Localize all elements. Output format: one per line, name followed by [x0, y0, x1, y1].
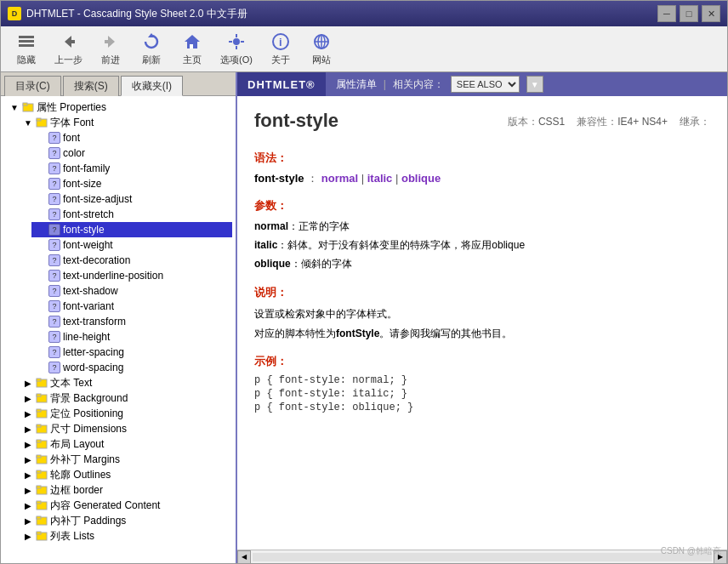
example-heading: 示例： [254, 354, 710, 369]
root-toggle[interactable]: ▼ [8, 100, 21, 114]
tree-font-weight[interactable]: ? font-weight [31, 237, 232, 253]
forward-icon [100, 31, 121, 52]
about-button[interactable]: i 关于 [262, 29, 299, 69]
tree-positioning[interactable]: ▶ 定位 Positioning [18, 406, 232, 421]
meta-inherit: 继承： [680, 115, 710, 129]
dim-folder-icon [35, 422, 48, 436]
website-button[interactable]: 网站 [303, 29, 340, 69]
qmark-icon: ? [48, 224, 60, 236]
hide-icon [16, 31, 37, 52]
tree-text[interactable]: ▶ 文本 Text [18, 375, 232, 390]
home-icon [182, 31, 202, 52]
tree-color[interactable]: ? color [31, 145, 232, 161]
qmark-icon: ? [48, 208, 60, 220]
font-folder-icon [35, 116, 48, 129]
see-also-select[interactable]: SEE ALSO font font-family font-size [451, 76, 520, 93]
qmark-icon: ? [48, 331, 60, 343]
tree-lists[interactable]: ▶ 列表 Lists [18, 528, 232, 544]
tree-generated-content[interactable]: ▶ 内容 Generated Content [18, 498, 232, 513]
outlines-folder-icon [35, 468, 48, 481]
tree-outlines[interactable]: ▶ 轮廓 Outlines [18, 467, 232, 482]
qmark-icon: ? [48, 285, 60, 297]
pos-folder-icon [35, 407, 48, 420]
border-folder-icon [35, 483, 48, 497]
options-button[interactable]: 选项(O) [214, 29, 259, 69]
refresh-button[interactable]: 刷新 [133, 29, 170, 69]
about-icon: i [270, 31, 291, 52]
svg-rect-15 [241, 41, 244, 43]
tree-background[interactable]: ▶ 背景 Background [18, 390, 232, 406]
h-scroll-track[interactable] [253, 553, 712, 561]
svg-text:i: i [279, 36, 282, 48]
tree-font-variant[interactable]: ? font-variant [31, 299, 232, 314]
tree-margins[interactable]: ▶ 外补丁 Margins [18, 452, 232, 467]
tree-paddings[interactable]: ▶ 内补丁 Paddings [18, 513, 232, 528]
back-icon [59, 31, 79, 52]
tree-font-size-adjust[interactable]: ? font-size-adjust [31, 191, 232, 207]
tree-font-style[interactable]: ? font-style [31, 222, 232, 237]
svg-rect-13 [236, 46, 237, 49]
tree-font-stretch[interactable]: ? font-stretch [31, 207, 232, 222]
svg-rect-4 [71, 40, 75, 43]
close-button[interactable]: ✕ [702, 5, 720, 22]
see-also-dropdown-btn[interactable]: ▼ [526, 76, 543, 93]
tab-search[interactable]: 搜索(S) [63, 76, 119, 96]
tree-border[interactable]: ▶ 边框 border [18, 482, 232, 498]
qmark-icon: ? [48, 316, 60, 328]
code-line-3: p { font-style: oblique; } [254, 402, 710, 413]
tab-toc[interactable]: 目录(C) [4, 76, 61, 96]
tree-view: ▼ 属性 Properties ▼ 字体 Font [1, 96, 236, 563]
svg-marker-8 [185, 35, 200, 42]
nav-property-list[interactable]: 属性清单 [336, 77, 377, 92]
home-label: 主页 [183, 54, 202, 66]
svg-rect-6 [105, 40, 109, 43]
svg-rect-47 [37, 532, 41, 534]
tree-root[interactable]: ▼ 属性 Properties [4, 100, 232, 115]
tree-text-decoration[interactable]: ? text-decoration [31, 253, 232, 268]
svg-rect-12 [236, 34, 237, 37]
home-button[interactable]: 主页 [173, 29, 211, 69]
svg-rect-25 [37, 118, 41, 121]
font-toggle[interactable]: ▼ [21, 116, 35, 129]
tree-font-family[interactable]: ? font-family [31, 161, 232, 176]
param-oblique: oblique：倾斜的字体 [254, 256, 710, 272]
tree-font-size[interactable]: ? font-size [31, 176, 232, 191]
minimize-button[interactable]: ─ [657, 5, 676, 22]
website-label: 网站 [312, 54, 331, 66]
qmark-icon: ? [48, 162, 60, 174]
back-button[interactable]: 上一步 [48, 29, 88, 69]
h-scrollbar: ◀ ▶ [237, 550, 727, 563]
tree-word-spacing[interactable]: ? word-spacing [31, 360, 232, 375]
tree-dimensions[interactable]: ▶ 尺寸 Dimensions [18, 421, 232, 436]
hide-button[interactable]: 隐藏 [8, 29, 45, 69]
tree-text-shadow[interactable]: ? text-shadow [31, 283, 232, 299]
meta-version: 版本：CSS1 [508, 115, 565, 129]
svg-rect-1 [19, 40, 34, 43]
tree-font-prop[interactable]: ? font [31, 130, 232, 145]
tree-line-height[interactable]: ? line-height [31, 329, 232, 345]
svg-rect-35 [37, 440, 41, 442]
font-label: 字体 Font [50, 116, 94, 130]
svg-rect-43 [37, 501, 41, 504]
refresh-icon [141, 31, 162, 52]
app-icon: D [8, 7, 21, 20]
qmark-icon: ? [48, 362, 60, 373]
qmark-icon: ? [48, 254, 60, 266]
brand-label: DHTMLET® [237, 72, 326, 96]
tree-text-transform[interactable]: ? text-transform [31, 314, 232, 329]
params-heading: 参数： [254, 198, 710, 214]
svg-marker-3 [65, 36, 71, 48]
maximize-button[interactable]: □ [680, 5, 698, 22]
forward-button[interactable]: 前进 [92, 29, 129, 69]
tree-layout[interactable]: ▶ 布局 Layout [18, 436, 232, 452]
qmark-icon: ? [48, 300, 60, 312]
tree-text-underline-position[interactable]: ? text-underline-position [31, 268, 232, 283]
tree-letter-spacing[interactable]: ? letter-spacing [31, 345, 232, 360]
about-label: 关于 [271, 54, 290, 66]
tab-bookmarks[interactable]: 收藏夹(I) [121, 76, 183, 96]
content-area: font-style 版本：CSS1 兼容性：IE4+ NS4+ 继承： 语法：… [237, 96, 727, 550]
font-prop-label: font [63, 132, 80, 144]
qmark-icon: ? [48, 193, 60, 205]
h-scroll-left-btn[interactable]: ◀ [237, 550, 251, 564]
tree-font[interactable]: ▼ 字体 Font [18, 115, 232, 130]
